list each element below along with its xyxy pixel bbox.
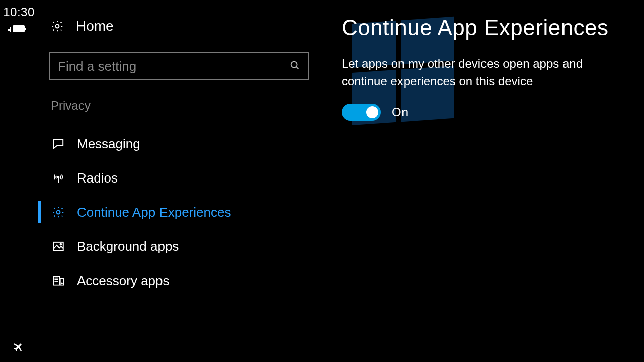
svg-point-5 (57, 211, 60, 214)
sidebar-nav: Messaging Radios (49, 127, 309, 298)
battery-charging-icon (12, 25, 27, 34)
setting-description: Let apps on my other devices open apps a… (342, 55, 613, 90)
sidebar-item-label: Radios (77, 170, 118, 186)
picture-icon (51, 240, 66, 253)
status-bar: 10:30 (0, 0, 38, 362)
svg-line-2 (296, 67, 298, 69)
search-box[interactable] (49, 52, 309, 80)
search-input[interactable] (58, 59, 284, 74)
home-label: Home (76, 18, 114, 34)
airplane-mode-icon (13, 340, 26, 355)
page-title: Continue App Experiences (342, 15, 614, 40)
chat-bubble-icon (51, 137, 66, 150)
svg-point-13 (61, 283, 62, 284)
continue-experiences-toggle[interactable] (342, 104, 381, 121)
toggle-row: On (342, 104, 614, 121)
toggle-state-label: On (392, 105, 408, 119)
settings-sidebar: Home Privacy Messaging (38, 0, 319, 362)
sidebar-item-label: Background apps (77, 239, 179, 254)
svg-point-7 (60, 244, 61, 245)
sidebar-item-label: Accessory apps (77, 273, 170, 289)
accessory-icon (51, 274, 66, 287)
sidebar-item-label: Messaging (77, 136, 140, 152)
sidebar-item-messaging[interactable]: Messaging (49, 127, 309, 161)
settings-content: Continue App Experiences Let apps on my … (319, 0, 644, 362)
antenna-icon (51, 171, 66, 185)
sidebar-section-heading: Privacy (49, 99, 309, 113)
search-icon (289, 60, 300, 73)
gear-icon (50, 20, 65, 33)
toggle-knob (366, 106, 378, 118)
sidebar-item-radios[interactable]: Radios (49, 161, 309, 195)
svg-point-0 (56, 25, 59, 28)
gear-icon (51, 206, 66, 219)
svg-point-3 (57, 176, 59, 178)
sidebar-item-accessory-apps[interactable]: Accessory apps (49, 263, 309, 298)
sidebar-item-continue-app-experiences[interactable]: Continue App Experiences (49, 195, 309, 229)
sidebar-item-background-apps[interactable]: Background apps (49, 229, 309, 263)
svg-point-1 (291, 62, 297, 68)
status-clock: 10:30 (3, 5, 35, 19)
sidebar-item-label: Continue App Experiences (77, 205, 231, 220)
home-button[interactable]: Home (49, 15, 309, 43)
